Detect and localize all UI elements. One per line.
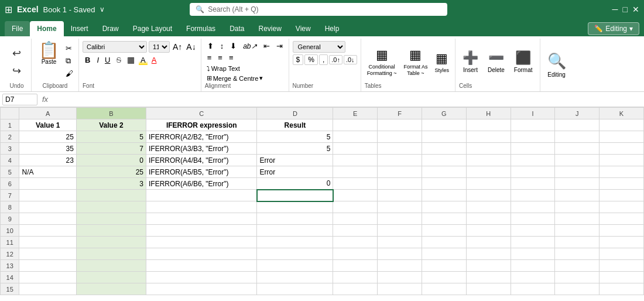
cell-f2[interactable] (378, 131, 422, 143)
cell-b1[interactable]: Value 2 (76, 119, 146, 131)
app-grid-icon[interactable]: ⊞ (5, 4, 12, 15)
cell-a3[interactable]: 35 (19, 143, 76, 155)
cell-k2[interactable] (600, 131, 644, 143)
conditional-formatting-button[interactable]: ▦ ConditionalFormatting ~ (365, 46, 399, 78)
cell-k1[interactable] (600, 119, 644, 131)
cell-i3[interactable] (511, 143, 555, 155)
insert-button[interactable]: ➕ Insert (459, 49, 482, 74)
cell-h6[interactable] (466, 178, 511, 190)
tab-review[interactable]: Review (251, 21, 288, 36)
cell-g4[interactable] (422, 155, 466, 166)
cell-c1[interactable]: IFERROR expression (146, 119, 257, 131)
text-orient-button[interactable]: ab↗ (241, 42, 259, 51)
cell-f4[interactable] (378, 155, 422, 166)
delete-button[interactable]: ➖ Delete (484, 49, 508, 74)
undo-button[interactable]: ↩ (9, 45, 25, 61)
cell-g1[interactable] (422, 119, 466, 131)
cell-f5[interactable] (378, 166, 422, 178)
cell-d3[interactable]: 5 (257, 143, 333, 155)
cell-k4[interactable] (600, 155, 644, 166)
cell-a2[interactable]: 25 (19, 131, 76, 143)
col-header-c[interactable]: C (146, 108, 257, 119)
cell-c4[interactable]: IFERROR(A4/B4, "Error") (146, 155, 257, 166)
border-button[interactable]: ▦ (125, 54, 136, 65)
col-header-a[interactable]: A (19, 108, 76, 119)
cell-h2[interactable] (466, 131, 511, 143)
cell-c7[interactable] (146, 190, 257, 201)
col-header-j[interactable]: J (555, 108, 600, 119)
wrap-text-button[interactable]: ⤵ Wrap Text (205, 64, 285, 73)
cell-e6[interactable] (333, 178, 378, 190)
decimal-decrease-button[interactable]: .0↓ (344, 55, 357, 64)
cell-j6[interactable] (555, 178, 600, 190)
font-size-decrease-button[interactable]: A↓ (185, 42, 197, 52)
cell-f7[interactable] (378, 190, 422, 201)
tab-help[interactable]: Help (318, 21, 347, 36)
font-color-button[interactable]: A (150, 55, 159, 65)
tab-insert[interactable]: Insert (64, 21, 95, 36)
col-header-d[interactable]: D (257, 108, 333, 119)
fill-color-button[interactable]: A (139, 55, 148, 65)
font-size-select[interactable]: 11 (149, 41, 170, 53)
cell-k6[interactable] (600, 178, 644, 190)
minimize-icon[interactable]: ─ (612, 5, 618, 14)
cell-e1[interactable] (333, 119, 378, 131)
merge-center-button[interactable]: ⊞ Merge & Centre ▾ (205, 74, 285, 83)
cell-h1[interactable] (466, 119, 511, 131)
cell-h5[interactable] (466, 166, 511, 178)
align-left-button[interactable]: ≡ (205, 53, 214, 63)
cell-b2[interactable]: 5 (76, 131, 146, 143)
cell-d7[interactable] (257, 190, 333, 201)
cell-g5[interactable] (422, 166, 466, 178)
cell-i1[interactable] (511, 119, 555, 131)
cell-e3[interactable] (333, 143, 378, 155)
tab-draw[interactable]: Draw (95, 21, 126, 36)
col-header-i[interactable]: I (511, 108, 555, 119)
cell-f3[interactable] (378, 143, 422, 155)
align-middle-button[interactable]: ↕ (218, 41, 227, 51)
tab-formulas[interactable]: Formulas (179, 21, 222, 36)
cell-g7[interactable] (422, 190, 466, 201)
editing-search-button[interactable]: 🔍 Editing (544, 51, 570, 79)
cell-j5[interactable] (555, 166, 600, 178)
close-icon[interactable]: ✕ (632, 5, 639, 14)
format-as-table-button[interactable]: ▦ Format AsTable ~ (401, 46, 430, 78)
formula-input[interactable] (53, 94, 642, 105)
tab-home[interactable]: Home (30, 21, 63, 36)
cell-b7[interactable] (76, 190, 146, 201)
cell-g6[interactable] (422, 178, 466, 190)
save-chevron[interactable]: ∨ (100, 5, 105, 13)
align-top-button[interactable]: ⬆ (205, 41, 216, 51)
cell-j3[interactable] (555, 143, 600, 155)
cell-h3[interactable] (466, 143, 511, 155)
cell-f1[interactable] (378, 119, 422, 131)
cell-d6[interactable]: 0 (257, 178, 333, 190)
tab-view[interactable]: View (289, 21, 318, 36)
cell-a4[interactable]: 23 (19, 155, 76, 166)
format-painter-button[interactable]: 🖌 (64, 69, 75, 78)
tab-page-layout[interactable]: Page Layout (126, 21, 179, 36)
cell-c5[interactable]: IFERROR(A5/B5, "Error") (146, 166, 257, 178)
col-header-b[interactable]: B (76, 108, 146, 119)
align-bottom-button[interactable]: ⬇ (228, 41, 239, 51)
cell-k3[interactable] (600, 143, 644, 155)
cell-styles-button[interactable]: ▦ Styles (432, 50, 451, 74)
format-button[interactable]: ⬛ Format (511, 49, 536, 74)
maximize-icon[interactable]: □ (623, 5, 628, 14)
indent-decrease-button[interactable]: ⇤ (261, 41, 272, 51)
cell-b3[interactable]: 7 (76, 143, 146, 155)
editing-mode-button[interactable]: ✏️ Editing ▾ (588, 22, 639, 35)
strikethrough-button[interactable]: S (114, 55, 123, 65)
cell-b4[interactable]: 0 (76, 155, 146, 166)
cell-g2[interactable] (422, 131, 466, 143)
cell-i7[interactable] (511, 190, 555, 201)
cell-i5[interactable] (511, 166, 555, 178)
col-header-f[interactable]: F (378, 108, 422, 119)
cell-e7[interactable] (333, 190, 378, 201)
cell-c2[interactable]: IFERROR(A2/B2, "Error") (146, 131, 257, 143)
cell-j1[interactable] (555, 119, 600, 131)
copy-button[interactable]: ⧉ (64, 56, 75, 66)
cell-i6[interactable] (511, 178, 555, 190)
italic-button[interactable]: I (95, 55, 101, 65)
align-right-button[interactable]: ≡ (227, 53, 236, 63)
